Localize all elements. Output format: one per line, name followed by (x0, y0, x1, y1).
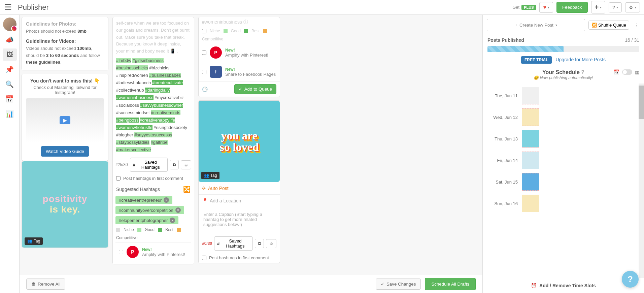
hashtag[interactable]: #darlingdaily (145, 88, 170, 93)
draft-image-loved[interactable]: you areso loved 👥Tag (199, 101, 280, 182)
hashtag[interactable]: #sayyestosuccesss (134, 132, 172, 137)
hashtag[interactable]: #womenwhohustle (116, 125, 152, 130)
hashtag[interactable]: #collectivehub (116, 88, 144, 93)
hashtag[interactable]: #socialboss (116, 103, 139, 108)
auto-post-row[interactable]: ✈Auto Post (199, 182, 280, 194)
get-plus-link[interactable]: Get PLUS (512, 5, 536, 10)
schedule-row[interactable]: Tue, Jun 11 (487, 85, 639, 106)
person-icon: 👥 (204, 173, 209, 178)
hashtag[interactable]: #galtribe (151, 140, 168, 145)
settings-button[interactable]: ⚙▾ (625, 2, 640, 12)
suggested-chip[interactable]: #creativeentrepreneur× (115, 196, 172, 204)
hashtag[interactable]: #createcultivate (152, 80, 183, 85)
suggested-chip[interactable]: #elopementphotographer× (115, 216, 178, 224)
hashtag[interactable]: #risingtidesociety (154, 125, 187, 130)
scrollbar[interactable] (639, 84, 644, 278)
sidebar-publisher[interactable]: 🖼 (3, 48, 17, 61)
save-changes-button[interactable]: ✓Save Changes (376, 279, 421, 290)
hashtag[interactable]: #businesschicks (116, 65, 148, 70)
account-avatar[interactable] (3, 18, 16, 31)
schedule-row[interactable]: Wed, Jun 12 (487, 106, 639, 128)
schedule-thumb[interactable] (522, 108, 539, 126)
hashtag[interactable]: #staybossyladies (116, 140, 149, 145)
remove-chip-icon[interactable]: × (170, 218, 175, 223)
sidebar: 📣 🖼 📌 🔍 📅 📊 (0, 15, 20, 293)
favorites-button[interactable]: ♥▾ (539, 2, 553, 13)
shuffle-icon[interactable]: 🔀 (183, 186, 191, 193)
hashtag[interactable]: #mycreativebiz (155, 95, 184, 100)
copy-button[interactable]: ⧉ (170, 160, 179, 169)
create-post-button[interactable]: +Create New Post▾ (487, 19, 585, 31)
calendar-icon[interactable]: 📅 (614, 69, 619, 75)
schedule-row[interactable]: Fri, Jun 14 (487, 150, 639, 171)
hashtag[interactable]: #makerscollective (116, 147, 151, 152)
add-location-row[interactable]: 📍Add a Location (199, 194, 280, 207)
hashtag[interactable]: #beingboss (116, 118, 139, 123)
caption-text[interactable]: self-care when we are too focused on our… (115, 20, 191, 55)
hashtag[interactable]: #blogher (116, 132, 133, 137)
add-button[interactable]: +▾ (591, 1, 606, 13)
more-icon[interactable]: ⋮ (633, 23, 640, 28)
pinterest-checkbox-2[interactable] (202, 51, 206, 55)
help-icon[interactable]: ? (581, 69, 584, 75)
draft-image-positivity[interactable]: positivityis key. 👥Tag (22, 161, 108, 248)
schedule-thumb[interactable] (522, 87, 539, 104)
schedule-row[interactable]: Thu, Jun 13 (487, 128, 639, 150)
add-remove-slots-button[interactable]: ⏰Add / Remove Time Slots (483, 278, 644, 293)
tag-button[interactable]: 👥Tag (201, 172, 219, 179)
menu-icon[interactable]: ☰ (4, 2, 12, 12)
schedule-row[interactable]: Sat, Jun 15 (487, 171, 639, 193)
sidebar-calendar[interactable]: 📅 (3, 93, 17, 105)
hashtag[interactable]: #businessbabes (149, 73, 181, 78)
sidebar-analytics[interactable]: 📊 (3, 108, 17, 120)
emoji-button-2[interactable]: ☺ (266, 239, 276, 248)
info-icon[interactable]: ⓘ (243, 19, 248, 25)
post-first-comment-checkbox-2[interactable] (202, 256, 206, 260)
remove-chip-icon[interactable]: × (164, 197, 169, 203)
clock-icon[interactable]: 🕐 (202, 87, 208, 92)
watch-video-button[interactable]: Watch Video Guide (41, 146, 89, 157)
help-chat-button[interactable]: ? (622, 271, 639, 288)
hashtag[interactable]: #savvybusinessowner (140, 103, 183, 108)
hashtag[interactable]: #creativeminds (151, 110, 180, 115)
emoji-button[interactable]: ☺ (181, 160, 191, 169)
sidebar-megaphone[interactable]: 📣 (3, 34, 17, 46)
hashtag[interactable]: #ladieswholaunch (116, 80, 151, 85)
grid-icon[interactable]: ▦ (635, 69, 639, 75)
hashtag[interactable]: #lmbdw (116, 58, 131, 63)
caption-input[interactable]: Enter a Caption (Start typing a hashtag … (199, 207, 280, 232)
hashtag[interactable]: #inspiredwomen (116, 73, 148, 78)
tag-button[interactable]: 👥Tag (25, 237, 43, 245)
cut-hashtag: #womeninbusiness (202, 19, 242, 25)
hashtag[interactable]: #creativehappylife (140, 118, 175, 123)
suggested-chip[interactable]: #communityovercompetition× (115, 206, 184, 214)
sidebar-pins[interactable]: 📌 (3, 63, 17, 75)
pinterest-checkbox[interactable] (119, 250, 123, 254)
view-toggle[interactable] (622, 69, 632, 75)
hashtag[interactable]: #successmindset (116, 110, 150, 115)
schedule-thumb[interactable] (522, 130, 539, 148)
hashtag[interactable]: #girlsinbusiness (132, 58, 164, 63)
schedule-thumb[interactable] (522, 152, 539, 169)
remove-chip-icon[interactable]: × (175, 207, 181, 213)
upgrade-link[interactable]: Upgrade for More Posts (555, 57, 606, 62)
schedule-all-button[interactable]: Schedule All Drafts (425, 278, 476, 290)
remove-all-button[interactable]: 🗑Remove All (26, 279, 65, 290)
hashtags-block[interactable]: #lmbdw #girlsinbusiness #businesschicks … (115, 57, 191, 154)
schedule-thumb[interactable] (522, 173, 539, 191)
hashtag[interactable]: #womeninbusiness (116, 95, 154, 100)
hashtag[interactable]: #bizchicks (149, 65, 169, 70)
sidebar-insights[interactable]: 🔍 (3, 78, 17, 90)
video-thumbnail[interactable]: ▶ (26, 98, 104, 142)
schedule-row[interactable]: Sun, Jun 16 (487, 193, 639, 214)
shuffle-queue-button[interactable]: 🔀Shuffle Queue (588, 21, 629, 30)
post-first-comment-checkbox[interactable] (116, 176, 121, 181)
schedule-thumb[interactable] (522, 195, 539, 212)
copy-button-2[interactable]: ⧉ (255, 239, 264, 248)
facebook-checkbox[interactable] (202, 70, 206, 74)
saved-hashtags-button-2[interactable]: #Saved Hashtags (214, 236, 253, 251)
feedback-button[interactable]: Feedback (556, 2, 588, 13)
saved-hashtags-button[interactable]: #Saved Hashtags (130, 158, 168, 172)
add-to-queue-button[interactable]: ✓Add to Queue (234, 84, 276, 94)
help-button[interactable]: ?▾ (609, 2, 622, 12)
